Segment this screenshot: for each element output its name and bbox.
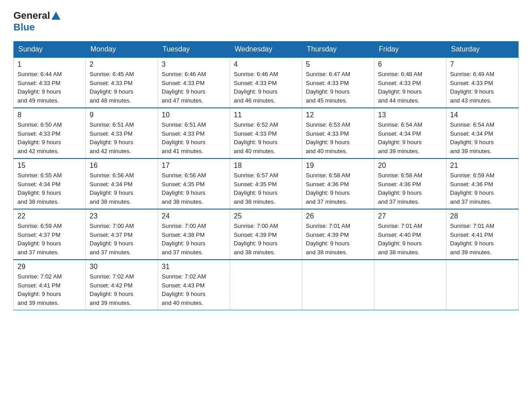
day-info: Sunrise: 6:44 AMSunset: 4:33 PMDaylight:…	[17, 71, 62, 104]
day-number: 2	[90, 60, 154, 68]
day-number: 5	[306, 60, 370, 68]
day-info: Sunrise: 6:56 AMSunset: 4:34 PMDaylight:…	[90, 172, 134, 205]
day-info: Sunrise: 7:01 AMSunset: 4:41 PMDaylight:…	[450, 223, 494, 256]
day-number: 28	[450, 212, 515, 220]
calendar-cell: 5 Sunrise: 6:47 AMSunset: 4:33 PMDayligh…	[302, 57, 374, 108]
day-info: Sunrise: 6:55 AMSunset: 4:34 PMDaylight:…	[17, 172, 62, 205]
day-info: Sunrise: 6:52 AMSunset: 4:33 PMDaylight:…	[234, 121, 278, 154]
calendar-cell: 7 Sunrise: 6:49 AMSunset: 4:33 PMDayligh…	[446, 57, 519, 108]
logo-triangle-icon	[51, 12, 60, 20]
day-info: Sunrise: 7:00 AMSunset: 4:37 PMDaylight:…	[90, 223, 134, 256]
calendar-cell: 15 Sunrise: 6:55 AMSunset: 4:34 PMDaylig…	[14, 158, 86, 209]
weekday-header-saturday: Saturday	[446, 42, 519, 58]
day-info: Sunrise: 6:49 AMSunset: 4:33 PMDaylight:…	[450, 71, 494, 104]
page-header: General Blue	[13, 9, 519, 33]
day-number: 23	[90, 212, 154, 220]
day-number: 17	[162, 162, 226, 170]
logo-general-text: General	[13, 11, 50, 21]
calendar-cell: 14 Sunrise: 6:54 AMSunset: 4:34 PMDaylig…	[446, 108, 519, 158]
weekday-header-friday: Friday	[374, 42, 446, 58]
calendar-cell: 6 Sunrise: 6:48 AMSunset: 4:33 PMDayligh…	[374, 57, 446, 108]
weekday-header-row: SundayMondayTuesdayWednesdayThursdayFrid…	[14, 42, 519, 58]
day-info: Sunrise: 6:51 AMSunset: 4:33 PMDaylight:…	[162, 121, 206, 154]
day-number: 12	[306, 111, 370, 119]
calendar-cell: 11 Sunrise: 6:52 AMSunset: 4:33 PMDaylig…	[230, 108, 302, 158]
day-info: Sunrise: 6:47 AMSunset: 4:33 PMDaylight:…	[306, 71, 350, 104]
weekday-header-tuesday: Tuesday	[158, 42, 230, 58]
day-info: Sunrise: 6:54 AMSunset: 4:34 PMDaylight:…	[378, 121, 422, 154]
day-number: 22	[17, 212, 82, 220]
day-number: 6	[378, 60, 442, 68]
weekday-header-thursday: Thursday	[302, 42, 374, 58]
logo-blue-text: Blue	[13, 21, 35, 33]
calendar-cell: 1 Sunrise: 6:44 AMSunset: 4:33 PMDayligh…	[14, 57, 86, 108]
day-info: Sunrise: 7:00 AMSunset: 4:39 PMDaylight:…	[234, 223, 278, 256]
calendar-cell: 25 Sunrise: 7:00 AMSunset: 4:39 PMDaylig…	[230, 209, 302, 260]
day-info: Sunrise: 6:56 AMSunset: 4:35 PMDaylight:…	[162, 172, 206, 205]
day-number: 9	[90, 111, 154, 119]
calendar-cell: 3 Sunrise: 6:46 AMSunset: 4:33 PMDayligh…	[158, 57, 230, 108]
calendar-cell: 8 Sunrise: 6:50 AMSunset: 4:33 PMDayligh…	[14, 108, 86, 158]
logo: General Blue	[13, 11, 62, 33]
calendar-cell: 4 Sunrise: 6:46 AMSunset: 4:33 PMDayligh…	[230, 57, 302, 108]
week-row-5: 29 Sunrise: 7:02 AMSunset: 4:41 PMDaylig…	[14, 260, 519, 310]
day-number: 20	[378, 162, 442, 170]
day-number: 16	[90, 162, 154, 170]
day-info: Sunrise: 6:53 AMSunset: 4:33 PMDaylight:…	[306, 121, 350, 154]
day-info: Sunrise: 7:01 AMSunset: 4:40 PMDaylight:…	[378, 223, 422, 256]
week-row-4: 22 Sunrise: 6:59 AMSunset: 4:37 PMDaylig…	[14, 209, 519, 260]
day-number: 27	[378, 212, 442, 220]
day-info: Sunrise: 6:54 AMSunset: 4:34 PMDaylight:…	[450, 121, 494, 154]
calendar-cell: 10 Sunrise: 6:51 AMSunset: 4:33 PMDaylig…	[158, 108, 230, 158]
day-info: Sunrise: 6:46 AMSunset: 4:33 PMDaylight:…	[162, 71, 206, 104]
calendar-cell	[446, 260, 519, 310]
day-info: Sunrise: 6:46 AMSunset: 4:33 PMDaylight:…	[234, 71, 278, 104]
day-info: Sunrise: 6:50 AMSunset: 4:33 PMDaylight:…	[17, 121, 62, 154]
calendar-cell	[302, 260, 374, 310]
weekday-header-monday: Monday	[86, 42, 158, 58]
day-info: Sunrise: 6:45 AMSunset: 4:33 PMDaylight:…	[90, 71, 134, 104]
day-info: Sunrise: 6:59 AMSunset: 4:37 PMDaylight:…	[17, 223, 62, 256]
day-number: 10	[162, 111, 226, 119]
day-info: Sunrise: 7:01 AMSunset: 4:39 PMDaylight:…	[306, 223, 350, 256]
day-info: Sunrise: 6:58 AMSunset: 4:36 PMDaylight:…	[306, 172, 350, 205]
day-number: 1	[17, 60, 82, 68]
day-number: 21	[450, 162, 515, 170]
calendar-cell	[374, 260, 446, 310]
day-number: 25	[234, 212, 298, 220]
calendar-cell: 12 Sunrise: 6:53 AMSunset: 4:33 PMDaylig…	[302, 108, 374, 158]
day-number: 26	[306, 212, 370, 220]
day-info: Sunrise: 7:02 AMSunset: 4:42 PMDaylight:…	[90, 273, 134, 306]
calendar-cell	[230, 260, 302, 310]
day-info: Sunrise: 6:48 AMSunset: 4:33 PMDaylight:…	[378, 71, 422, 104]
day-info: Sunrise: 6:57 AMSunset: 4:35 PMDaylight:…	[234, 172, 278, 205]
week-row-2: 8 Sunrise: 6:50 AMSunset: 4:33 PMDayligh…	[14, 108, 519, 158]
day-number: 13	[378, 111, 442, 119]
day-info: Sunrise: 7:02 AMSunset: 4:41 PMDaylight:…	[17, 273, 62, 306]
day-number: 14	[450, 111, 515, 119]
weekday-header-wednesday: Wednesday	[230, 42, 302, 58]
day-number: 24	[162, 212, 226, 220]
calendar-cell: 17 Sunrise: 6:56 AMSunset: 4:35 PMDaylig…	[158, 158, 230, 209]
day-number: 29	[17, 263, 82, 271]
day-number: 11	[234, 111, 298, 119]
calendar-cell: 23 Sunrise: 7:00 AMSunset: 4:37 PMDaylig…	[86, 209, 158, 260]
day-number: 19	[306, 162, 370, 170]
calendar-table: SundayMondayTuesdayWednesdayThursdayFrid…	[13, 41, 519, 310]
week-row-1: 1 Sunrise: 6:44 AMSunset: 4:33 PMDayligh…	[14, 57, 519, 108]
calendar-cell: 16 Sunrise: 6:56 AMSunset: 4:34 PMDaylig…	[86, 158, 158, 209]
calendar-cell: 20 Sunrise: 6:58 AMSunset: 4:36 PMDaylig…	[374, 158, 446, 209]
day-number: 18	[234, 162, 298, 170]
calendar-cell: 28 Sunrise: 7:01 AMSunset: 4:41 PMDaylig…	[446, 209, 519, 260]
calendar-cell: 30 Sunrise: 7:02 AMSunset: 4:42 PMDaylig…	[86, 260, 158, 310]
day-number: 7	[450, 60, 515, 68]
day-number: 15	[17, 162, 82, 170]
calendar-cell: 31 Sunrise: 7:02 AMSunset: 4:43 PMDaylig…	[158, 260, 230, 310]
day-info: Sunrise: 6:59 AMSunset: 4:36 PMDaylight:…	[450, 172, 494, 205]
calendar-cell: 26 Sunrise: 7:01 AMSunset: 4:39 PMDaylig…	[302, 209, 374, 260]
day-number: 3	[162, 60, 226, 68]
calendar-cell: 27 Sunrise: 7:01 AMSunset: 4:40 PMDaylig…	[374, 209, 446, 260]
calendar-cell: 18 Sunrise: 6:57 AMSunset: 4:35 PMDaylig…	[230, 158, 302, 209]
day-info: Sunrise: 7:02 AMSunset: 4:43 PMDaylight:…	[162, 273, 206, 306]
week-row-3: 15 Sunrise: 6:55 AMSunset: 4:34 PMDaylig…	[14, 158, 519, 209]
